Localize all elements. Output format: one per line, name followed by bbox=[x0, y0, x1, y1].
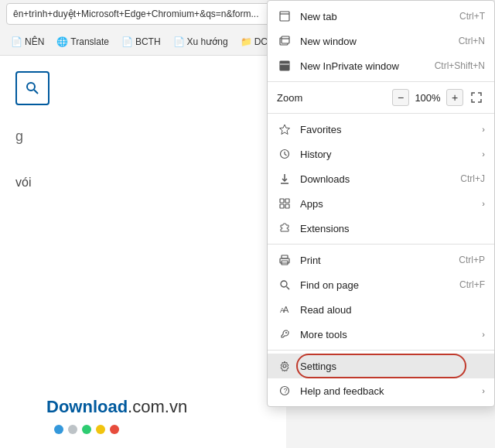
print-label: Print bbox=[300, 255, 452, 266]
divider-4 bbox=[268, 350, 494, 351]
downloads-label: Downloads bbox=[300, 173, 454, 185]
zoom-controls: − 100% + bbox=[392, 89, 485, 106]
downloads-icon bbox=[277, 171, 292, 186]
help-icon: ? bbox=[277, 383, 292, 398]
bookmark-bcth[interactable]: 📄 BCTH bbox=[117, 34, 166, 50]
favorites-icon bbox=[277, 121, 292, 137]
menu-item-extensions[interactable]: Extensions bbox=[268, 216, 494, 241]
page-text-voi: vói bbox=[15, 176, 271, 190]
svg-rect-14 bbox=[280, 199, 284, 203]
zoom-minus-button[interactable]: − bbox=[392, 89, 409, 106]
svg-line-22 bbox=[287, 287, 290, 290]
context-menu: New tab Ctrl+T New window Ctrl+N New InP… bbox=[267, 0, 495, 407]
menu-item-new-window[interactable]: New window Ctrl+N bbox=[268, 29, 494, 53]
dot-blue bbox=[54, 425, 63, 434]
bookmark-translate[interactable]: 🌐 Translate bbox=[52, 34, 114, 50]
search-icon bbox=[25, 80, 40, 96]
divider-3 bbox=[268, 244, 494, 245]
svg-text:?: ? bbox=[284, 387, 288, 395]
new-window-icon bbox=[277, 33, 292, 49]
downloads-shortcut: Ctrl+J bbox=[460, 173, 485, 184]
history-label: History bbox=[300, 149, 479, 160]
find-on-page-shortcut: Ctrl+F bbox=[459, 279, 485, 290]
zoom-row: Zoom − 100% + bbox=[268, 85, 494, 110]
svg-rect-17 bbox=[285, 204, 289, 208]
menu-item-print[interactable]: Print Ctrl+P bbox=[268, 248, 494, 272]
menu-item-more-tools[interactable]: More tools › bbox=[268, 322, 494, 347]
menu-item-history[interactable]: History › bbox=[268, 142, 494, 166]
zoom-fullscreen-button[interactable] bbox=[468, 89, 485, 106]
favorites-arrow: › bbox=[482, 125, 485, 134]
search-box bbox=[15, 71, 50, 105]
bookmark-xuhuong[interactable]: 📄 Xu hướng bbox=[169, 34, 233, 50]
new-tab-shortcut: Ctrl+T bbox=[459, 11, 485, 22]
page-text-g: g bbox=[15, 128, 271, 145]
folder-icon: 📁 bbox=[241, 36, 252, 47]
translate-icon: 🌐 bbox=[56, 36, 68, 47]
more-tools-arrow: › bbox=[482, 330, 485, 339]
print-icon bbox=[277, 252, 292, 268]
find-on-page-icon bbox=[277, 277, 292, 292]
read-aloud-label: Read aloud bbox=[300, 304, 485, 316]
dot-gray bbox=[68, 425, 77, 434]
svg-rect-2 bbox=[280, 12, 289, 21]
read-aloud-icon: AA bbox=[277, 302, 292, 317]
inprivate-icon bbox=[277, 58, 292, 74]
more-tools-label: More tools bbox=[300, 329, 479, 340]
bookmark-nen[interactable]: 📄 NÊN bbox=[6, 34, 49, 50]
divider-1 bbox=[268, 81, 494, 82]
new-tab-label: New tab bbox=[300, 11, 453, 22]
new-window-shortcut: Ctrl+N bbox=[459, 36, 485, 46]
menu-item-help-feedback[interactable]: ? Help and feedback › bbox=[268, 378, 494, 403]
zoom-value: 100% bbox=[414, 92, 442, 104]
svg-point-26 bbox=[283, 364, 286, 368]
menu-item-new-inprivate[interactable]: New InPrivate window Ctrl+Shift+N bbox=[268, 53, 494, 78]
dot-green bbox=[82, 425, 91, 434]
svg-rect-16 bbox=[280, 204, 284, 208]
apps-label: Apps bbox=[300, 198, 479, 210]
color-dots bbox=[54, 425, 119, 434]
svg-point-0 bbox=[27, 83, 35, 91]
settings-label: Settings bbox=[300, 361, 485, 372]
help-feedback-arrow: › bbox=[482, 386, 485, 395]
svg-text:A: A bbox=[283, 305, 289, 314]
history-icon bbox=[277, 146, 292, 162]
svg-rect-8 bbox=[282, 61, 285, 66]
menu-item-read-aloud[interactable]: AA Read aloud bbox=[268, 297, 494, 322]
divider-2 bbox=[268, 113, 494, 114]
menu-item-settings[interactable]: Settings bbox=[268, 354, 494, 378]
zoom-plus-button[interactable]: + bbox=[446, 89, 463, 106]
new-window-label: New window bbox=[300, 36, 452, 47]
doc-icon2: 📄 bbox=[121, 36, 133, 47]
help-feedback-label: Help and feedback bbox=[300, 385, 479, 397]
svg-marker-10 bbox=[280, 125, 290, 135]
watermark: Download.com.vn bbox=[46, 397, 187, 417]
zoom-label: Zoom bbox=[277, 92, 392, 104]
print-shortcut: Ctrl+P bbox=[459, 255, 485, 265]
menu-item-downloads[interactable]: Downloads Ctrl+J bbox=[268, 166, 494, 191]
favorites-label: Favorites bbox=[300, 124, 479, 135]
watermark-download: Download bbox=[46, 397, 128, 416]
menu-item-new-tab[interactable]: New tab Ctrl+T bbox=[268, 4, 494, 29]
page-content: g vói bbox=[0, 56, 286, 448]
menu-item-apps[interactable]: Apps › bbox=[268, 191, 494, 216]
inprivate-label: New InPrivate window bbox=[300, 60, 428, 72]
svg-rect-15 bbox=[285, 199, 289, 203]
apps-icon bbox=[277, 196, 292, 211]
extensions-icon bbox=[277, 221, 292, 236]
apps-arrow: › bbox=[482, 199, 485, 208]
doc-icon3: 📄 bbox=[173, 36, 185, 47]
inprivate-shortcut: Ctrl+Shift+N bbox=[435, 60, 485, 71]
menu-item-find-on-page[interactable]: Find on page Ctrl+F bbox=[268, 272, 494, 297]
svg-rect-5 bbox=[282, 36, 289, 43]
new-tab-icon bbox=[277, 9, 292, 24]
extensions-label: Extensions bbox=[300, 223, 485, 234]
watermark-rest: .com.vn bbox=[128, 397, 187, 416]
dot-yellow bbox=[96, 425, 105, 434]
svg-point-21 bbox=[281, 281, 287, 287]
menu-item-favorites[interactable]: Favorites › bbox=[268, 117, 494, 142]
more-tools-icon bbox=[277, 327, 292, 342]
history-arrow: › bbox=[482, 149, 485, 159]
settings-icon bbox=[277, 358, 292, 374]
expand-icon bbox=[471, 92, 482, 103]
